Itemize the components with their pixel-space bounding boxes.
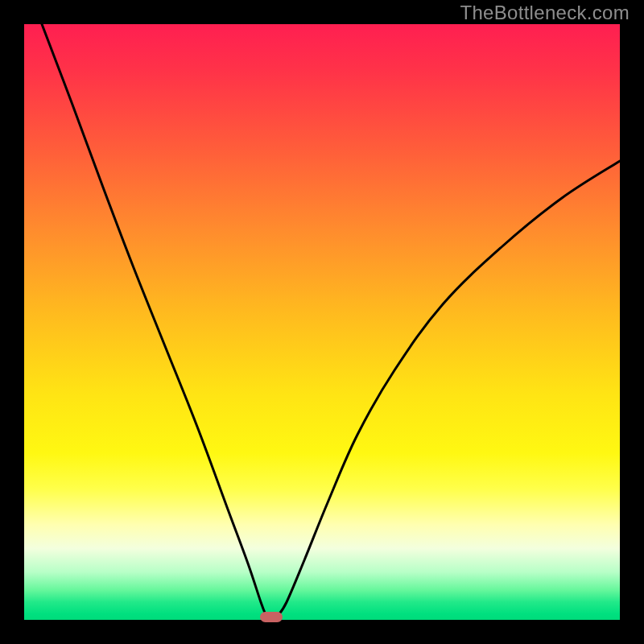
curve-left-branch (42, 24, 266, 617)
gradient-plot-area (24, 24, 620, 620)
watermark-text: TheBottleneck.com (460, 2, 630, 24)
chart-frame: TheBottleneck.com (0, 0, 644, 644)
optimal-marker (260, 612, 283, 622)
curve-svg (24, 24, 620, 620)
curve-right-branch (278, 161, 620, 616)
